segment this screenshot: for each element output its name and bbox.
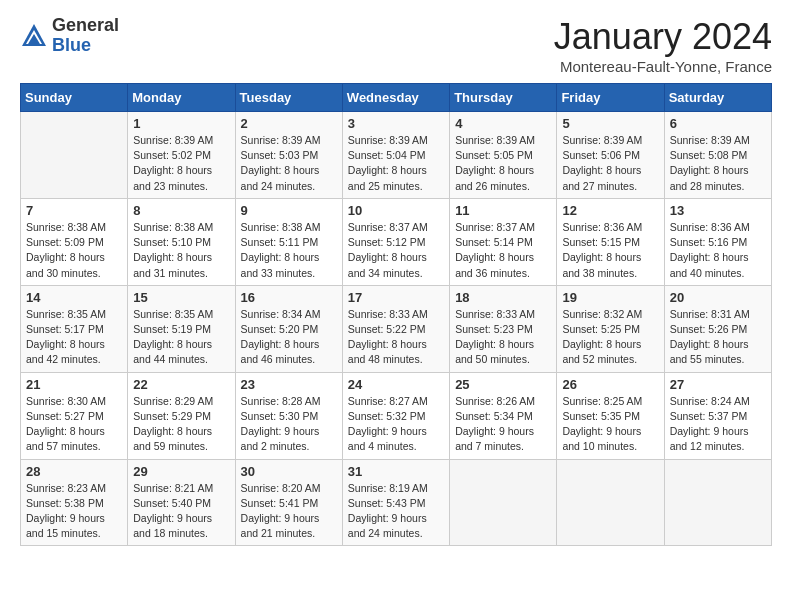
day-number: 14 — [26, 290, 122, 305]
day-detail: Sunrise: 8:38 AMSunset: 5:11 PMDaylight:… — [241, 220, 337, 281]
title-block: January 2024 Montereau-Fault-Yonne, Fran… — [554, 16, 772, 75]
day-detail: Sunrise: 8:28 AMSunset: 5:30 PMDaylight:… — [241, 394, 337, 455]
day-number: 26 — [562, 377, 658, 392]
calendar-cell: 16Sunrise: 8:34 AMSunset: 5:20 PMDayligh… — [235, 285, 342, 372]
day-detail: Sunrise: 8:29 AMSunset: 5:29 PMDaylight:… — [133, 394, 229, 455]
calendar-cell: 18Sunrise: 8:33 AMSunset: 5:23 PMDayligh… — [450, 285, 557, 372]
day-number: 6 — [670, 116, 766, 131]
calendar-cell: 11Sunrise: 8:37 AMSunset: 5:14 PMDayligh… — [450, 198, 557, 285]
calendar-cell: 8Sunrise: 8:38 AMSunset: 5:10 PMDaylight… — [128, 198, 235, 285]
day-detail: Sunrise: 8:37 AMSunset: 5:14 PMDaylight:… — [455, 220, 551, 281]
calendar-cell: 9Sunrise: 8:38 AMSunset: 5:11 PMDaylight… — [235, 198, 342, 285]
calendar-cell: 7Sunrise: 8:38 AMSunset: 5:09 PMDaylight… — [21, 198, 128, 285]
calendar-cell: 30Sunrise: 8:20 AMSunset: 5:41 PMDayligh… — [235, 459, 342, 546]
day-number: 16 — [241, 290, 337, 305]
weekday-header-friday: Friday — [557, 84, 664, 112]
calendar-week-row: 14Sunrise: 8:35 AMSunset: 5:17 PMDayligh… — [21, 285, 772, 372]
day-number: 29 — [133, 464, 229, 479]
day-number: 20 — [670, 290, 766, 305]
day-number: 22 — [133, 377, 229, 392]
day-number: 15 — [133, 290, 229, 305]
day-number: 11 — [455, 203, 551, 218]
calendar-cell: 26Sunrise: 8:25 AMSunset: 5:35 PMDayligh… — [557, 372, 664, 459]
calendar-cell: 29Sunrise: 8:21 AMSunset: 5:40 PMDayligh… — [128, 459, 235, 546]
day-detail: Sunrise: 8:39 AMSunset: 5:03 PMDaylight:… — [241, 133, 337, 194]
weekday-header-monday: Monday — [128, 84, 235, 112]
logo-icon — [20, 22, 48, 50]
calendar-week-row: 21Sunrise: 8:30 AMSunset: 5:27 PMDayligh… — [21, 372, 772, 459]
weekday-header-sunday: Sunday — [21, 84, 128, 112]
calendar-cell — [557, 459, 664, 546]
month-title: January 2024 — [554, 16, 772, 58]
day-detail: Sunrise: 8:39 AMSunset: 5:06 PMDaylight:… — [562, 133, 658, 194]
day-detail: Sunrise: 8:32 AMSunset: 5:25 PMDaylight:… — [562, 307, 658, 368]
day-number: 24 — [348, 377, 444, 392]
calendar-cell: 24Sunrise: 8:27 AMSunset: 5:32 PMDayligh… — [342, 372, 449, 459]
calendar-cell: 13Sunrise: 8:36 AMSunset: 5:16 PMDayligh… — [664, 198, 771, 285]
day-detail: Sunrise: 8:23 AMSunset: 5:38 PMDaylight:… — [26, 481, 122, 542]
day-number: 31 — [348, 464, 444, 479]
calendar-table: SundayMondayTuesdayWednesdayThursdayFrid… — [20, 83, 772, 546]
day-detail: Sunrise: 8:39 AMSunset: 5:08 PMDaylight:… — [670, 133, 766, 194]
weekday-header-wednesday: Wednesday — [342, 84, 449, 112]
calendar-week-row: 28Sunrise: 8:23 AMSunset: 5:38 PMDayligh… — [21, 459, 772, 546]
day-detail: Sunrise: 8:39 AMSunset: 5:04 PMDaylight:… — [348, 133, 444, 194]
calendar-cell: 21Sunrise: 8:30 AMSunset: 5:27 PMDayligh… — [21, 372, 128, 459]
day-detail: Sunrise: 8:34 AMSunset: 5:20 PMDaylight:… — [241, 307, 337, 368]
calendar-cell: 19Sunrise: 8:32 AMSunset: 5:25 PMDayligh… — [557, 285, 664, 372]
day-number: 1 — [133, 116, 229, 131]
page-header: General Blue January 2024 Montereau-Faul… — [20, 16, 772, 75]
logo-text: General Blue — [52, 16, 119, 56]
calendar-cell — [450, 459, 557, 546]
calendar-cell: 25Sunrise: 8:26 AMSunset: 5:34 PMDayligh… — [450, 372, 557, 459]
day-number: 13 — [670, 203, 766, 218]
calendar-cell: 28Sunrise: 8:23 AMSunset: 5:38 PMDayligh… — [21, 459, 128, 546]
day-number: 5 — [562, 116, 658, 131]
calendar-body: 1Sunrise: 8:39 AMSunset: 5:02 PMDaylight… — [21, 112, 772, 546]
day-number: 17 — [348, 290, 444, 305]
calendar-cell: 1Sunrise: 8:39 AMSunset: 5:02 PMDaylight… — [128, 112, 235, 199]
day-detail: Sunrise: 8:37 AMSunset: 5:12 PMDaylight:… — [348, 220, 444, 281]
calendar-cell: 31Sunrise: 8:19 AMSunset: 5:43 PMDayligh… — [342, 459, 449, 546]
day-detail: Sunrise: 8:38 AMSunset: 5:09 PMDaylight:… — [26, 220, 122, 281]
day-detail: Sunrise: 8:39 AMSunset: 5:02 PMDaylight:… — [133, 133, 229, 194]
day-number: 18 — [455, 290, 551, 305]
day-detail: Sunrise: 8:35 AMSunset: 5:17 PMDaylight:… — [26, 307, 122, 368]
calendar-cell — [21, 112, 128, 199]
day-detail: Sunrise: 8:30 AMSunset: 5:27 PMDaylight:… — [26, 394, 122, 455]
calendar-cell: 15Sunrise: 8:35 AMSunset: 5:19 PMDayligh… — [128, 285, 235, 372]
calendar-cell: 2Sunrise: 8:39 AMSunset: 5:03 PMDaylight… — [235, 112, 342, 199]
calendar-cell: 10Sunrise: 8:37 AMSunset: 5:12 PMDayligh… — [342, 198, 449, 285]
day-detail: Sunrise: 8:36 AMSunset: 5:15 PMDaylight:… — [562, 220, 658, 281]
calendar-cell: 27Sunrise: 8:24 AMSunset: 5:37 PMDayligh… — [664, 372, 771, 459]
calendar-cell — [664, 459, 771, 546]
calendar-cell: 23Sunrise: 8:28 AMSunset: 5:30 PMDayligh… — [235, 372, 342, 459]
calendar-cell: 6Sunrise: 8:39 AMSunset: 5:08 PMDaylight… — [664, 112, 771, 199]
calendar-cell: 14Sunrise: 8:35 AMSunset: 5:17 PMDayligh… — [21, 285, 128, 372]
day-number: 2 — [241, 116, 337, 131]
day-number: 10 — [348, 203, 444, 218]
weekday-header-thursday: Thursday — [450, 84, 557, 112]
day-number: 28 — [26, 464, 122, 479]
day-detail: Sunrise: 8:35 AMSunset: 5:19 PMDaylight:… — [133, 307, 229, 368]
calendar-cell: 3Sunrise: 8:39 AMSunset: 5:04 PMDaylight… — [342, 112, 449, 199]
calendar-cell: 20Sunrise: 8:31 AMSunset: 5:26 PMDayligh… — [664, 285, 771, 372]
day-detail: Sunrise: 8:38 AMSunset: 5:10 PMDaylight:… — [133, 220, 229, 281]
day-detail: Sunrise: 8:33 AMSunset: 5:22 PMDaylight:… — [348, 307, 444, 368]
day-number: 25 — [455, 377, 551, 392]
day-number: 12 — [562, 203, 658, 218]
day-detail: Sunrise: 8:33 AMSunset: 5:23 PMDaylight:… — [455, 307, 551, 368]
day-number: 19 — [562, 290, 658, 305]
calendar-week-row: 7Sunrise: 8:38 AMSunset: 5:09 PMDaylight… — [21, 198, 772, 285]
day-detail: Sunrise: 8:39 AMSunset: 5:05 PMDaylight:… — [455, 133, 551, 194]
day-number: 4 — [455, 116, 551, 131]
day-number: 30 — [241, 464, 337, 479]
day-number: 21 — [26, 377, 122, 392]
day-detail: Sunrise: 8:27 AMSunset: 5:32 PMDaylight:… — [348, 394, 444, 455]
day-number: 9 — [241, 203, 337, 218]
day-detail: Sunrise: 8:19 AMSunset: 5:43 PMDaylight:… — [348, 481, 444, 542]
day-detail: Sunrise: 8:36 AMSunset: 5:16 PMDaylight:… — [670, 220, 766, 281]
weekday-header-saturday: Saturday — [664, 84, 771, 112]
weekday-header-row: SundayMondayTuesdayWednesdayThursdayFrid… — [21, 84, 772, 112]
day-number: 7 — [26, 203, 122, 218]
